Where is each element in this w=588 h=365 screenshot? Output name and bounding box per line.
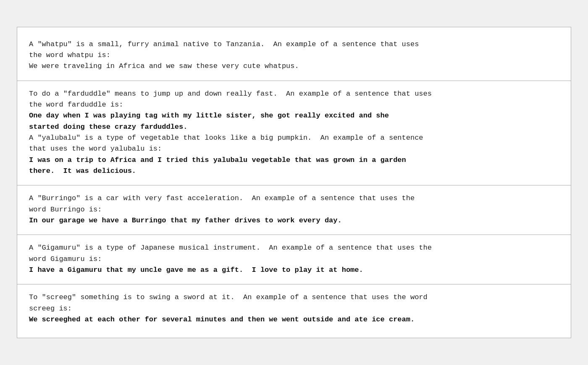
entry-whatpu: A "whatpu" is a small, furry animal nati… [17, 31, 571, 81]
screeg-example: We screeghed at each other for several m… [29, 314, 559, 325]
entry-burringo: A "Burringo" is a car with very fast acc… [17, 185, 571, 235]
farduddle-extra-example: I was on a trip to Africa and I tried th… [29, 155, 559, 177]
burringo-intro: A "Burringo" is a car with very fast acc… [29, 193, 559, 215]
whatpu-intro: A "whatpu" is a small, furry animal nati… [29, 39, 559, 61]
main-container: A "whatpu" is a small, furry animal nati… [17, 27, 571, 339]
whatpu-example: We were traveling in Africa and we saw t… [29, 61, 559, 72]
farduddle-extra-intro: A "yalubalu" is a type of vegetable that… [29, 133, 559, 155]
burringo-example: In our garage we have a Burringo that my… [29, 215, 559, 226]
gigamuru-intro: A "Gigamuru" is a type of Japanese music… [29, 242, 559, 265]
gigamuru-example: I have a Gigamuru that my uncle gave me … [29, 265, 559, 276]
entry-farduddle: To do a "farduddle" means to jump up and… [17, 81, 571, 186]
entry-gigamuru: A "Gigamuru" is a type of Japanese music… [17, 235, 571, 284]
entry-screeg: To "screeg" something is to swing a swor… [17, 284, 571, 334]
screeg-intro: To "screeg" something is to swing a swor… [29, 292, 559, 314]
farduddle-example: One day when I was playing tag with my l… [29, 110, 559, 133]
farduddle-intro: To do a "farduddle" means to jump up and… [29, 89, 559, 111]
